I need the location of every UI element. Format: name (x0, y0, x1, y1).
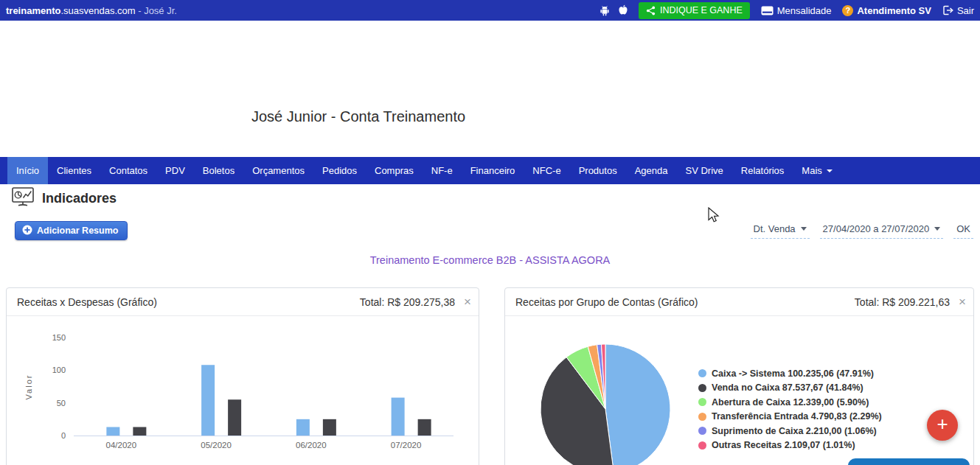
nav-item-compras[interactable]: Compras (366, 157, 423, 184)
nav-item-label: PDV (165, 165, 185, 176)
card-title: Receitas por Grupo de Contas (Gráfico) (515, 296, 698, 308)
legend-item-label: Abertura de Caixa 12.339,00 (5.90%) (712, 397, 869, 408)
nav-item-produtos[interactable]: Produtos (570, 157, 626, 184)
sair-label: Sair (957, 5, 974, 16)
pie-slice-caixa-sistema[interactable] (605, 344, 670, 465)
card-title: Receitas x Despesas (Gráfico) (17, 296, 157, 308)
nav-item-orcamentos[interactable]: Orçamentos (243, 157, 313, 184)
bar-despesas-05-2020[interactable] (228, 399, 241, 436)
legend-item-caixa-sistema[interactable]: Caixa -> Sistema 100.235,06 (47.91%) (698, 366, 882, 381)
bar-receitas-07-2020[interactable] (392, 398, 405, 436)
topbar: treinamento.suasvendas.com - José Jr. IN… (0, 0, 980, 21)
legend-item-transferencia-entrada[interactable]: Transferência Entrada 4.790,83 (2.29%) (698, 410, 882, 424)
add-resumo-label: Adicionar Resumo (37, 225, 118, 236)
nav-item-mais[interactable]: Mais (793, 157, 841, 184)
legend-item-label: Outras Receitas 2.109,07 (1.01%) (712, 440, 855, 450)
indique-ganhe-button[interactable]: INDIQUE E GANHE (639, 2, 750, 19)
indicators-section-head: Indicadores (12, 187, 117, 210)
bar-despesas-07-2020[interactable] (418, 419, 431, 436)
chevron-down-icon (827, 169, 833, 172)
x-tick-label: 07/2020 (391, 441, 422, 450)
chevron-down-icon (934, 227, 940, 231)
card-receitas-despesas-header: Receitas x Despesas (Gráfico) Total: R$ … (7, 288, 479, 316)
nav-item-relatorios[interactable]: Relatórios (732, 157, 793, 184)
card-total: Total: R$ 209.275,38 (360, 296, 455, 308)
add-resumo-button[interactable]: Adicionar Resumo (15, 221, 128, 240)
topbar-user-label: - José Jr. (138, 5, 177, 16)
nav-item-sv-drive[interactable]: SV Drive (677, 157, 732, 184)
nav-item-boletos[interactable]: Boletos (194, 157, 243, 184)
ok-button[interactable]: OK (953, 223, 973, 239)
legend-item-suprimento-de-caixa[interactable]: Suprimento de Caixa 2.210,00 (1.06%) (698, 424, 882, 438)
legend-item-abertura-de-caixa[interactable]: Abertura de Caixa 12.339,00 (5.90%) (698, 395, 882, 410)
nav-item-label: Financeiro (470, 165, 515, 176)
billing-card-icon (761, 6, 774, 15)
nav-item-pedidos[interactable]: Pedidos (313, 157, 366, 184)
card-receitas-grupo: Receitas por Grupo de Contas (Gráfico) T… (504, 287, 974, 465)
x-tick-label: 04/2020 (106, 441, 137, 450)
share-icon (646, 6, 656, 15)
x-tick-label: 05/2020 (201, 441, 232, 450)
site-title-bold: treinamento (6, 5, 60, 16)
nav-item-clientes[interactable]: Clientes (48, 157, 100, 184)
y-tick-label: 0 (61, 431, 66, 440)
question-icon: ? (842, 5, 853, 16)
date-field-select[interactable]: Dt. Venda (751, 223, 810, 239)
chat-widget-collapsed[interactable] (848, 458, 970, 465)
android-icon[interactable] (600, 5, 610, 16)
nav-item-label: Mais (802, 165, 821, 176)
date-filters: Dt. Venda 27/04/2020 a 27/07/2020 OK (751, 223, 974, 239)
legend-item-label: Suprimento de Caixa 2.210,00 (1.06%) (712, 426, 877, 436)
x-tick-label: 06/2020 (296, 441, 327, 450)
nav-item-contatos[interactable]: Contatos (100, 157, 156, 184)
nav-item-agenda[interactable]: Agenda (626, 157, 677, 184)
nav-item-label: Pedidos (322, 165, 357, 176)
bar-receitas-06-2020[interactable] (296, 419, 310, 436)
indicators-heading: Indicadores (42, 191, 117, 206)
pie-legend: Caixa -> Sistema 100.235,06 (47.91%)Vend… (698, 366, 882, 452)
site-title: treinamento.suasvendas.com - José Jr. (6, 5, 177, 16)
atendimento-button[interactable]: ? Atendimento SV (842, 5, 931, 16)
legend-dot-icon (698, 369, 706, 377)
nav-item-label: Relatórios (741, 165, 785, 176)
nav-item-label: SV Drive (686, 165, 723, 176)
close-icon[interactable]: × (464, 296, 471, 308)
nav-item-label: Clientes (57, 165, 91, 176)
bar-receitas-05-2020[interactable] (201, 365, 215, 436)
legend-dot-icon (698, 384, 706, 392)
close-icon[interactable]: × (959, 296, 966, 308)
chevron-down-icon (801, 227, 807, 231)
sair-button[interactable]: Sair (942, 5, 974, 16)
nav-item-financeiro[interactable]: Financeiro (462, 157, 524, 184)
card-receitas-grupo-header: Receitas por Grupo de Contas (Gráfico) T… (505, 288, 973, 316)
promo-link[interactable]: Treinamento E-commerce B2B - ASSISTA AGO… (370, 254, 611, 266)
legend-item-outras-receitas[interactable]: Outras Receitas 2.109,07 (1.01%) (698, 438, 882, 453)
bar-despesas-04-2020[interactable] (133, 427, 146, 436)
nav-item-label: Contatos (109, 165, 147, 176)
atendimento-label: Atendimento SV (857, 5, 931, 16)
nav-item-label: Agenda (635, 165, 668, 176)
apple-icon[interactable] (618, 4, 628, 16)
promo-row: Treinamento E-commerce B2B - ASSISTA AGO… (0, 254, 980, 267)
fab-add-button[interactable]: + (927, 410, 958, 441)
date-field-label: Dt. Venda (754, 223, 796, 234)
legend-item-venda-no-caixa[interactable]: Venda no Caixa 87.537,67 (41.84%) (698, 381, 882, 396)
mensalidade-button[interactable]: Mensalidade (761, 5, 832, 16)
mensalidade-label: Mensalidade (777, 5, 832, 16)
indique-ganhe-label: INDIQUE E GANHE (660, 5, 743, 15)
bar-receitas-04-2020[interactable] (106, 427, 119, 436)
legend-item-label: Caixa -> Sistema 100.235,06 (47.91%) (712, 368, 874, 379)
date-range-select[interactable]: 27/04/2020 a 27/07/2020 (820, 223, 944, 239)
legend-dot-icon (698, 441, 706, 450)
nav-item-inicio[interactable]: Início (7, 157, 48, 184)
nav-item-nfc-e[interactable]: NFC-e (524, 157, 569, 184)
plus-circle-icon (22, 225, 32, 237)
indicators-dashboard-icon (12, 187, 35, 210)
nav-item-nf-e[interactable]: NF-e (423, 157, 462, 184)
nav-item-label: Compras (375, 165, 414, 176)
bar-despesas-06-2020[interactable] (323, 419, 336, 436)
pie-chart (540, 343, 671, 465)
legend-dot-icon (698, 413, 706, 421)
y-tick-label: 50 (57, 399, 66, 408)
nav-item-pdv[interactable]: PDV (156, 157, 194, 184)
